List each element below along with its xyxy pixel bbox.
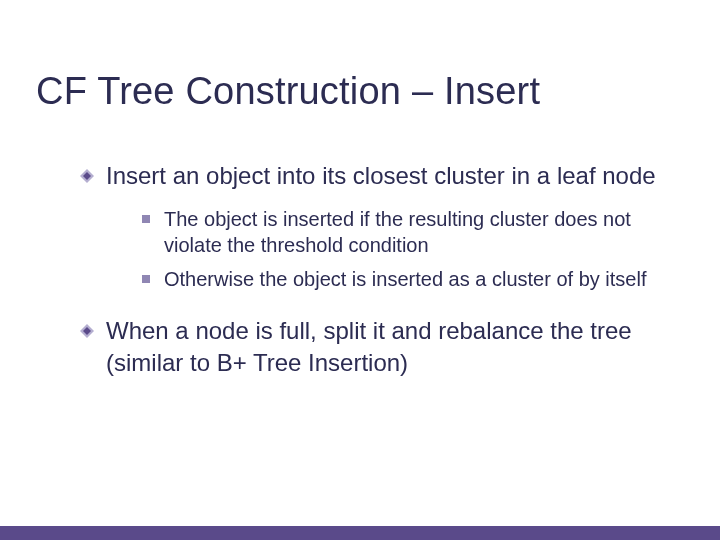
square-bullet-icon	[142, 215, 150, 223]
slide-title: CF Tree Construction – Insert	[36, 70, 700, 113]
list-item: The object is inserted if the resulting …	[142, 206, 680, 259]
slide-body: Insert an object into its closest cluste…	[80, 160, 680, 392]
dotted-guide-top	[0, 0, 720, 55]
slide: CF Tree Construction – Insert Insert an …	[0, 0, 720, 540]
diamond-bullet-icon	[80, 324, 94, 338]
list-item-text: When a node is full, split it and rebala…	[106, 315, 680, 378]
list-item-text: Insert an object into its closest cluste…	[106, 160, 680, 192]
list-item: Otherwise the object is inserted as a cl…	[142, 266, 680, 292]
dotted-guide-left	[0, 0, 32, 540]
square-bullet-icon	[142, 275, 150, 283]
footer-accent-bar	[0, 526, 720, 540]
list-item-text: Otherwise the object is inserted as a cl…	[164, 266, 680, 292]
list-item-text: The object is inserted if the resulting …	[164, 206, 680, 259]
list-item: When a node is full, split it and rebala…	[80, 315, 680, 378]
sub-list: The object is inserted if the resulting …	[142, 206, 680, 293]
list-item: Insert an object into its closest cluste…	[80, 160, 680, 192]
diamond-bullet-icon	[80, 169, 94, 183]
